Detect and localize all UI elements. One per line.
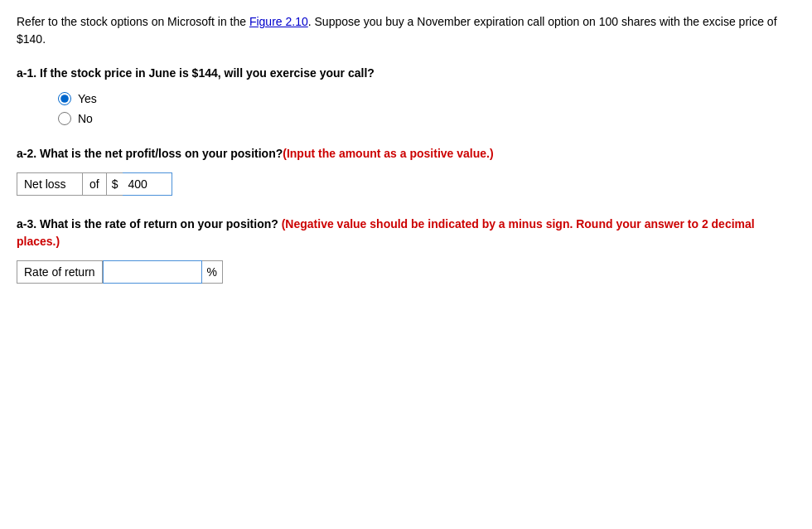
a1-radio-group: Yes No (58, 92, 795, 125)
figure-link[interactable]: Figure 2.10 (249, 15, 308, 28)
a2-input-row: Net loss of $ (17, 172, 795, 196)
intro-paragraph: Refer to the stock options on Microsoft … (17, 13, 795, 48)
section-a3: a-3. What is the rate of return on your … (17, 216, 795, 284)
radio-no[interactable]: No (58, 112, 795, 125)
section-a1: a-1. If the stock price in June is $144,… (17, 65, 795, 125)
a3-rate-label: Rate of return (17, 260, 103, 284)
intro-text-before: Refer to the stock options on Microsoft … (17, 15, 249, 28)
radio-no-input[interactable] (58, 112, 71, 125)
a2-dropdown[interactable]: Net loss (17, 172, 83, 196)
a3-rate-input[interactable] (103, 260, 202, 284)
a3-percent-sign: % (202, 260, 223, 284)
a3-input-row: Rate of return % (17, 260, 795, 284)
radio-yes-label: Yes (78, 92, 97, 105)
a2-dollar-sign: $ (106, 172, 123, 196)
radio-yes-input[interactable] (58, 92, 71, 105)
a2-question: a-2. What is the net profit/loss on your… (17, 145, 795, 163)
a2-value-input[interactable] (123, 172, 172, 196)
a1-question: a-1. If the stock price in June is $144,… (17, 65, 795, 82)
a2-highlight: (Input the amount as a positive value.) (283, 147, 493, 160)
a3-question: a-3. What is the rate of return on your … (17, 216, 795, 250)
section-a2: a-2. What is the net profit/loss on your… (17, 145, 795, 196)
a2-of-text: of (83, 172, 106, 196)
radio-no-label: No (78, 112, 93, 125)
radio-yes[interactable]: Yes (58, 92, 795, 105)
